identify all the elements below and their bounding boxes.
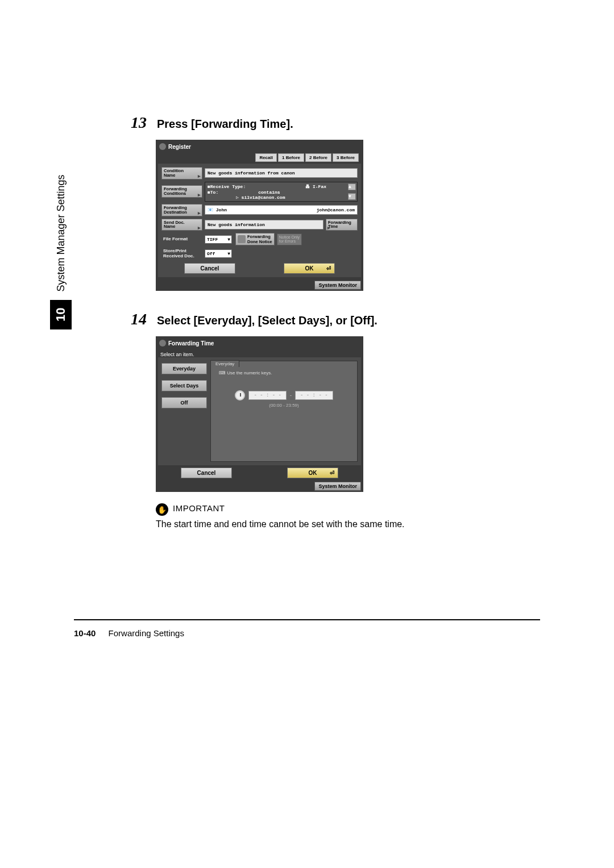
before-3-button[interactable]: 3 Before xyxy=(333,153,359,162)
to-label: ■To: xyxy=(208,190,218,195)
footer-section: Forwarding Settings xyxy=(109,628,184,638)
condition-name-value: New goods information from canon xyxy=(205,168,358,178)
scroll-up-icon[interactable]: ▲ xyxy=(348,183,356,190)
store-print-dropdown[interactable]: Off xyxy=(205,249,232,258)
time-entry-panel: Everyday ⌨ Use the numeric keys. - - : -… xyxy=(210,361,358,462)
register-title: Register xyxy=(168,144,191,150)
ok-button[interactable]: OK xyxy=(287,468,338,478)
back-icon xyxy=(159,340,166,347)
forwarding-done-notice-button[interactable]: Forwarding Done Notice xyxy=(235,233,275,245)
time-dash: - xyxy=(290,393,292,398)
off-option[interactable]: Off xyxy=(161,397,207,408)
chapter-tab: 10 System Manager Settings xyxy=(50,174,72,329)
footer-rule xyxy=(74,619,540,620)
cancel-button[interactable]: Cancel xyxy=(184,263,235,274)
system-monitor-button[interactable]: System Monitor xyxy=(314,281,361,290)
everyday-tab: Everyday xyxy=(210,360,239,367)
store-print-label: Store/Print Received Doc. xyxy=(161,248,202,260)
forwarding-time-screenshot: Forwarding Time Select an item. Everyday… xyxy=(156,336,363,492)
forwarding-destination-button[interactable]: Forwarding Destination xyxy=(161,204,202,216)
dest-name: John xyxy=(216,207,227,212)
back-icon xyxy=(159,143,166,150)
time-range-hint: (00:00 - 23:59) xyxy=(214,403,354,408)
clock-icon xyxy=(235,390,245,400)
forwarding-time-title: Forwarding Time xyxy=(168,340,214,347)
numeric-keys-hint: ⌨ Use the numeric keys. xyxy=(219,370,354,375)
forwarding-time-button[interactable]: Forwarding Time xyxy=(326,219,358,231)
step-13-number: 13 xyxy=(131,114,151,132)
step-13-text: Press [Forwarding Time]. xyxy=(157,118,293,131)
select-days-option[interactable]: Select Days xyxy=(161,380,207,391)
to-value: ▷ silvia@canon.com xyxy=(236,195,355,200)
scroll-down-icon[interactable]: ▼ xyxy=(348,193,356,200)
select-item-label: Select an item. xyxy=(158,350,361,357)
file-format-dropdown[interactable]: TIFF xyxy=(205,235,232,244)
important-icon: ✋ xyxy=(156,503,168,516)
important-text: The start time and end time cannot be se… xyxy=(156,519,529,529)
step-14-heading: 14 Select [Everyday], [Select Days], or … xyxy=(131,310,529,328)
forwarding-conditions-button[interactable]: Forwarding Conditions xyxy=(161,185,202,198)
register-titlebar: Register xyxy=(158,142,361,153)
forwarding-conditions-value: ■Receive Type: 🖷 I-Fax ■To: contains ▷ s… xyxy=(205,182,358,202)
step-13-heading: 13 Press [Forwarding Time]. xyxy=(131,114,529,132)
step-14-text: Select [Everyday], [Select Days], or [Of… xyxy=(157,314,377,327)
receive-type-value: I-Fax xyxy=(313,184,326,189)
system-monitor-button[interactable]: System Monitor xyxy=(314,482,361,491)
dest-address: john@canon.com xyxy=(317,207,355,212)
file-format-label: File Format xyxy=(161,236,202,243)
page-number: 10-40 xyxy=(74,628,96,638)
before-1-button[interactable]: 1 Before xyxy=(278,153,304,162)
history-buttons: Recall 1 Before 2 Before 3 Before xyxy=(158,153,361,164)
register-screenshot: Register Recall 1 Before 2 Before 3 Befo… xyxy=(156,140,363,291)
recall-button[interactable]: Recall xyxy=(255,153,277,162)
forwarding-time-titlebar: Forwarding Time xyxy=(158,339,361,350)
send-doc-name-value: New goods information xyxy=(205,220,323,229)
important-block: ✋ IMPORTANT xyxy=(156,503,529,516)
mail-icon xyxy=(238,235,246,243)
everyday-option[interactable]: Everyday xyxy=(161,363,207,374)
important-label: IMPORTANT xyxy=(173,503,225,513)
chapter-number: 10 xyxy=(50,300,72,329)
done-notice-label: Forwarding Done Notice xyxy=(247,234,272,244)
step-14-number: 14 xyxy=(131,310,151,328)
condition-name-button[interactable]: Condition Name xyxy=(161,167,202,180)
receive-type-label: ■Receive Type: xyxy=(208,184,246,189)
page-footer: 10-40 Forwarding Settings xyxy=(74,628,184,638)
end-time-field[interactable]: - - : - - xyxy=(295,391,333,400)
to-operator: contains xyxy=(258,190,280,195)
ok-button[interactable]: OK xyxy=(284,263,335,274)
cancel-button[interactable]: Cancel xyxy=(181,468,232,478)
forwarding-destination-value: 📧 John john@canon.com xyxy=(205,205,358,215)
start-time-field[interactable]: - - : - - xyxy=(248,391,287,400)
notice-only-errors-button: Notice Only for Errors xyxy=(277,233,302,245)
chapter-title: System Manager Settings xyxy=(55,174,67,291)
before-2-button[interactable]: 2 Before xyxy=(305,153,331,162)
send-doc-name-button[interactable]: Send Doc. Name xyxy=(161,219,202,231)
